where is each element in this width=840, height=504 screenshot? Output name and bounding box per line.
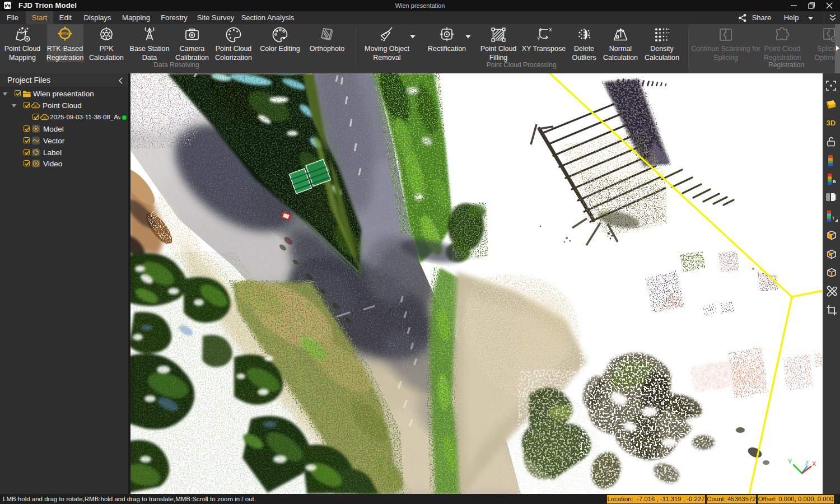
svg-text:X: X bbox=[549, 27, 552, 32]
svg-text:X: X bbox=[812, 460, 816, 467]
svg-text:Z: Z bbox=[805, 460, 809, 466]
svg-text:T: T bbox=[832, 216, 835, 221]
svg-text:Y: Y bbox=[788, 458, 792, 465]
svg-text:B: B bbox=[833, 179, 836, 184]
svg-text:Y: Y bbox=[537, 36, 540, 41]
svg-text:RTK: RTK bbox=[61, 32, 69, 36]
